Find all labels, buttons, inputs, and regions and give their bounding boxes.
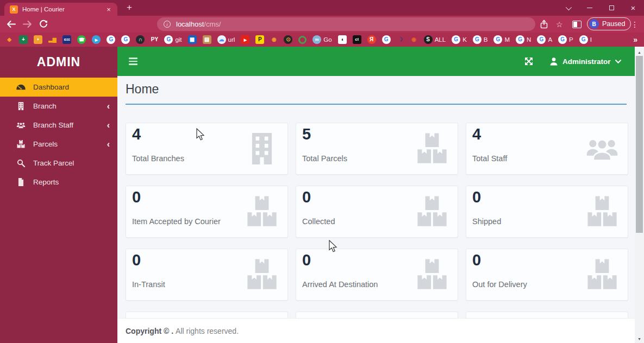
bookmark-item[interactable]: P bbox=[255, 35, 264, 44]
bookmark-favicon-icon: ▶ bbox=[92, 35, 101, 44]
browser-toolbar: i localhost/cms/ ☆ B Paused ⋮ bbox=[0, 16, 644, 33]
browser-tab[interactable]: X Home | Courier × bbox=[4, 3, 117, 16]
stat-icon bbox=[245, 133, 279, 164]
bookmark-item[interactable]: ⊙ bbox=[284, 35, 292, 44]
sidebar: ADMIN Dashboard Branch ‹ Branch Staff ‹ bbox=[0, 47, 117, 343]
browser-titlebar: X Home | Courier × + × bbox=[0, 0, 644, 16]
bookmark-item[interactable]: S ALL bbox=[424, 35, 446, 44]
stat-label: Total Staff bbox=[472, 154, 507, 163]
sidebar-item[interactable]: Branch Staff ‹ bbox=[0, 116, 117, 135]
restore-button[interactable] bbox=[601, 0, 622, 16]
sidebar-item[interactable]: Branch ‹ bbox=[0, 97, 117, 116]
user-menu[interactable]: Administrator bbox=[549, 47, 621, 76]
bookmarks-overflow-button[interactable]: » bbox=[633, 33, 637, 47]
new-tab-button[interactable]: + bbox=[123, 1, 136, 14]
bookmark-item[interactable] bbox=[298, 36, 307, 44]
fullscreen-button[interactable] bbox=[524, 56, 534, 66]
bookmark-item[interactable]: ▶ bbox=[241, 35, 249, 44]
sidebar-item[interactable]: Dashboard bbox=[0, 78, 117, 97]
bookmark-item[interactable]: cl bbox=[353, 35, 361, 44]
close-button[interactable]: × bbox=[622, 0, 644, 16]
bookmark-favicon-icon: G bbox=[493, 35, 502, 44]
sidebar-item-label: Branch bbox=[33, 102, 57, 110]
bookmark-item[interactable]: G git bbox=[164, 35, 182, 44]
bookmark-item[interactable]: Я bbox=[367, 35, 376, 44]
topbar: Administrator bbox=[117, 47, 635, 76]
bookmark-item[interactable]: G I bbox=[579, 35, 592, 44]
forward-button[interactable] bbox=[22, 18, 33, 29]
sidebar-item[interactable]: Track Parcel bbox=[0, 154, 117, 173]
bookmark-star-button[interactable]: ☆ bbox=[556, 17, 563, 31]
reload-icon bbox=[39, 20, 48, 28]
bookmark-favicon-icon: ▦ bbox=[188, 35, 197, 44]
bookmark-item[interactable]: G bbox=[107, 35, 115, 44]
bookmark-item[interactable]: ☁ url bbox=[217, 35, 235, 44]
stat-card: 0 Collected bbox=[296, 186, 458, 238]
browser-menu-button[interactable]: ⋮ bbox=[631, 17, 639, 31]
bookmark-item[interactable]: + bbox=[19, 35, 28, 44]
bookmark-item[interactable]: ▂▆ bbox=[48, 35, 57, 44]
bookmark-item[interactable]: G N bbox=[516, 35, 531, 44]
scroll-up-arrow[interactable]: ▲ bbox=[635, 48, 644, 56]
stat-label: Out for Delivery bbox=[472, 280, 527, 289]
address-bar[interactable]: i localhost/cms/ bbox=[157, 17, 535, 31]
bookmark-item[interactable]: G bbox=[382, 35, 391, 44]
bookmark-item[interactable]: PY bbox=[151, 35, 158, 44]
bookmark-item[interactable]: • bbox=[34, 35, 42, 44]
bookmark-item[interactable]: G P bbox=[558, 35, 573, 44]
bookmark-label: Go bbox=[323, 36, 332, 43]
bookmark-item[interactable]: ▶ bbox=[92, 35, 101, 44]
bookmark-favicon-icon: G bbox=[452, 35, 460, 44]
bookmark-item[interactable]: G bbox=[121, 35, 130, 44]
bookmark-item[interactable]: ∩ bbox=[136, 35, 145, 44]
sidebar-item-icon bbox=[16, 140, 26, 148]
sidebar-toggle-button[interactable] bbox=[129, 58, 137, 65]
bookmark-item[interactable]: ☽ bbox=[397, 35, 404, 44]
bookmark-item[interactable]: ◉ bbox=[410, 35, 418, 44]
reload-button[interactable] bbox=[38, 18, 49, 29]
sidebar-item-label: Reports bbox=[33, 178, 59, 186]
tab-title: Home | Courier bbox=[22, 6, 104, 12]
partial-card bbox=[126, 312, 288, 318]
stat-icon bbox=[415, 196, 449, 227]
back-button[interactable] bbox=[5, 18, 16, 29]
bookmark-item[interactable]: G A bbox=[537, 35, 552, 44]
browser-window: X Home | Courier × + × i localhost/cms/ bbox=[0, 0, 644, 343]
stat-label: Shipped bbox=[472, 217, 501, 226]
window-menu-button[interactable] bbox=[557, 0, 579, 16]
bookmark-label: K bbox=[462, 36, 467, 43]
hamburger-icon bbox=[129, 58, 137, 59]
bookmark-item[interactable]: ◆ bbox=[5, 35, 13, 44]
bookmark-label: I bbox=[590, 36, 592, 43]
sidebar-item-icon bbox=[16, 83, 26, 91]
sidebar-item[interactable]: Parcels ‹ bbox=[0, 135, 117, 154]
profile-paused-button[interactable]: B Paused bbox=[587, 17, 631, 30]
minimize-button[interactable] bbox=[579, 0, 601, 16]
sidebar-menu: Dashboard Branch ‹ Branch Staff ‹ Parcel… bbox=[0, 78, 117, 192]
site-info-icon[interactable]: i bbox=[164, 21, 171, 28]
page-scrollbar[interactable]: ▲ ▼ bbox=[635, 48, 644, 343]
sidebar-item[interactable]: Reports bbox=[0, 173, 117, 192]
bookmark-item[interactable]: ☎ bbox=[77, 35, 86, 44]
scrollbar-thumb[interactable] bbox=[636, 56, 643, 233]
bookmark-item[interactable]: G B bbox=[473, 35, 488, 44]
bookmark-item[interactable]: ▦ bbox=[188, 35, 197, 44]
title-divider bbox=[126, 104, 627, 105]
bookmark-item[interactable]: ▤ bbox=[203, 35, 211, 44]
bookmark-item[interactable]: ◖ bbox=[338, 35, 347, 44]
bookmark-favicon-icon: ◖ bbox=[338, 35, 347, 44]
stat-label: Collected bbox=[302, 217, 335, 226]
scroll-down-arrow[interactable]: ▼ bbox=[635, 335, 644, 342]
share-button[interactable] bbox=[540, 17, 548, 31]
stat-card: 5 Total Parcels bbox=[296, 123, 458, 175]
bookmark-item[interactable]: G M bbox=[493, 35, 510, 44]
bookmark-item[interactable]: IEEE bbox=[62, 35, 71, 44]
stat-icon bbox=[245, 196, 279, 227]
bookmark-item[interactable]: ∞ Go bbox=[312, 35, 332, 44]
chevron-left-icon: ‹ bbox=[107, 121, 110, 130]
bookmark-item[interactable]: G K bbox=[452, 35, 467, 44]
side-panel-button[interactable] bbox=[572, 17, 582, 31]
bookmark-favicon-icon: ▂▆ bbox=[48, 35, 57, 44]
bookmark-item[interactable]: ◉ bbox=[270, 35, 278, 44]
tab-close-icon[interactable]: × bbox=[104, 5, 113, 14]
